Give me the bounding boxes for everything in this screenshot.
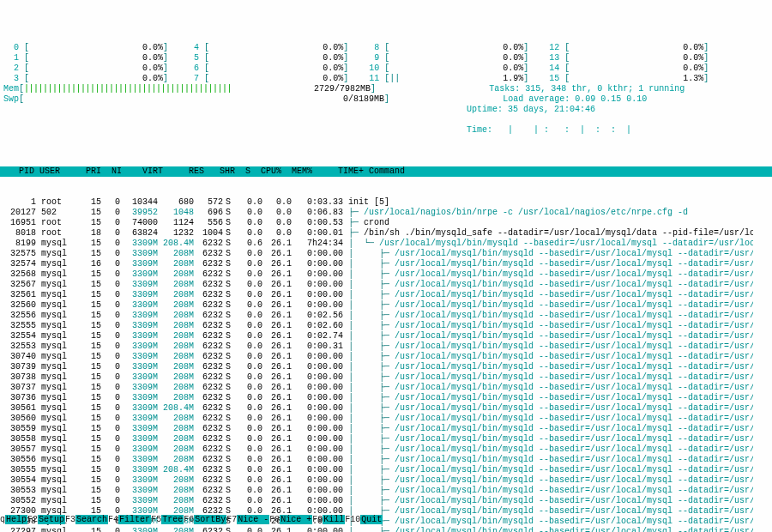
process-row[interactable]: 32575 mysql1503309M208M6232S0.026.10:00.…: [3, 249, 769, 259]
process-row[interactable]: 32556 mysql1503309M208M6232S0.026.10:02.…: [3, 311, 769, 321]
process-row[interactable]: 30740 mysql1503309M208M6232S0.026.10:00.…: [3, 352, 769, 362]
process-row[interactable]: 32574 mysql1603309M208M6232S0.026.10:00.…: [3, 259, 769, 269]
process-row[interactable]: 30736 mysql1503309M208M6232S0.026.10:00.…: [3, 393, 769, 403]
function-key-bar[interactable]: qHelpF2SetupF3SearchF4FilterF5TreeF6Sort…: [0, 515, 772, 525]
process-row[interactable]: 30739 mysql1503309M208M6232S0.026.10:00.…: [3, 362, 769, 372]
process-row[interactable]: 8199 mysql1503309M208.4M6232S0.626.17h24…: [3, 239, 769, 249]
process-row[interactable]: 30737 mysql1503309M208M6232S0.026.10:00.…: [3, 383, 769, 393]
process-row[interactable]: 30559 mysql1503309M208M6232S0.026.10:00.…: [3, 424, 769, 434]
process-list[interactable]: 1 root15010344680572S0.00.00:03.33 init …: [0, 197, 772, 532]
process-row[interactable]: 16951 root150740001124556S0.00.00:00.53 …: [3, 218, 769, 228]
process-row[interactable]: 32555 mysql1503309M208M6232S0.026.10:02.…: [3, 321, 769, 331]
fkey-F8[interactable]: F8: [269, 515, 280, 524]
process-row[interactable]: 32561 mysql1503309M208M6232S0.026.10:00.…: [3, 290, 769, 300]
process-row[interactable]: 8018 root1806382412321004S0.00.00:00.01 …: [3, 228, 769, 239]
swp-meter: Swp[ 0/8189MB] Load average: 0.09 0.15 0…: [3, 94, 769, 105]
process-row[interactable]: 32568 mysql1503309M208M6232S0.026.10:00.…: [3, 269, 769, 280]
cpu-meter-row: 2 [ 0.0%] 6 [ 0.0%] 10 [ 0.0%] 14 [ 0.0%…: [3, 63, 769, 74]
process-row[interactable]: 32553 mysql1503309M208M6232S0.026.10:00.…: [3, 342, 769, 352]
process-row[interactable]: 27297 mysql1503309M208M6232S0.026.10:00.…: [3, 527, 769, 532]
fkey-F4[interactable]: F4: [108, 515, 118, 524]
process-row[interactable]: 1 root15010344680572S0.00.00:03.33 init …: [3, 197, 769, 208]
mem-meter: Mem[||||||||||||||||||||||||||||||||||||…: [3, 84, 769, 94]
fkey-F2[interactable]: F2: [27, 515, 38, 524]
fkey-F3[interactable]: F3: [65, 515, 75, 524]
cpu-meter-row: 3 [ 0.0%] 7 [ 0.0%] 11 [|| 1.9%] 15 [ 1.…: [3, 74, 769, 84]
fkey-F5[interactable]: F5: [151, 515, 161, 524]
process-row[interactable]: 30557 mysql1503309M208M6232S0.026.10:00.…: [3, 444, 769, 455]
process-row[interactable]: 20127 502150399521048696S0.00.00:06.83 ├…: [3, 208, 769, 218]
process-row[interactable]: 30552 mysql1503309M208M6232S0.026.10:00.…: [3, 496, 769, 506]
process-row[interactable]: 30560 mysql1503309M208M6232S0.026.10:00.…: [3, 414, 769, 424]
process-row[interactable]: 30553 mysql1503309M208M6232S0.026.10:00.…: [3, 486, 769, 496]
process-row[interactable]: 30561 mysql1503309M208.4M6232S0.026.10:0…: [3, 403, 769, 414]
process-row[interactable]: 30556 mysql1503309M208M6232S0.026.10:00.…: [3, 455, 769, 465]
process-row[interactable]: 30738 mysql1503309M208M6232S0.026.10:00.…: [3, 372, 769, 383]
fkey-F9[interactable]: F9: [312, 515, 323, 524]
fkey-F7[interactable]: F7: [226, 515, 237, 524]
fkey-F10[interactable]: F10: [345, 515, 360, 524]
process-row[interactable]: 30558 mysql1503309M208M6232S0.026.10:00.…: [3, 434, 769, 444]
uptime-row: Uptime: 35 days, 21:04:46: [3, 105, 769, 115]
header-meters: 0 [ 0.0%] 4 [ 0.0%] 8 [ 0.0%] 12 [ 0.0%]…: [0, 41, 772, 146]
time-row: Time: | | : : | : : |: [3, 125, 769, 136]
process-row[interactable]: 32567 mysql1503309M208M6232S0.026.10:00.…: [3, 280, 769, 290]
process-row[interactable]: 32554 mysql1503309M208M6232S0.026.10:02.…: [3, 331, 769, 342]
fkey-F6[interactable]: F6: [184, 515, 194, 524]
process-row[interactable]: 30555 mysql1503309M208.4M6232S0.026.10:0…: [3, 465, 769, 475]
process-row[interactable]: 30554 mysql1503309M208M6232S0.026.10:00.…: [3, 475, 769, 486]
column-header[interactable]: PID USER PRI NI VIRT RES SHR S CPU% MEM%…: [0, 166, 772, 177]
process-row[interactable]: 32560 mysql1503309M208M6232S0.026.10:00.…: [3, 300, 769, 311]
cpu-meter-row: 0 [ 0.0%] 4 [ 0.0%] 8 [ 0.0%] 12 [ 0.0%]: [3, 43, 769, 53]
cpu-meter-row: 1 [ 0.0%] 5 [ 0.0%] 9 [ 0.0%] 13 [ 0.0%]: [3, 53, 769, 63]
